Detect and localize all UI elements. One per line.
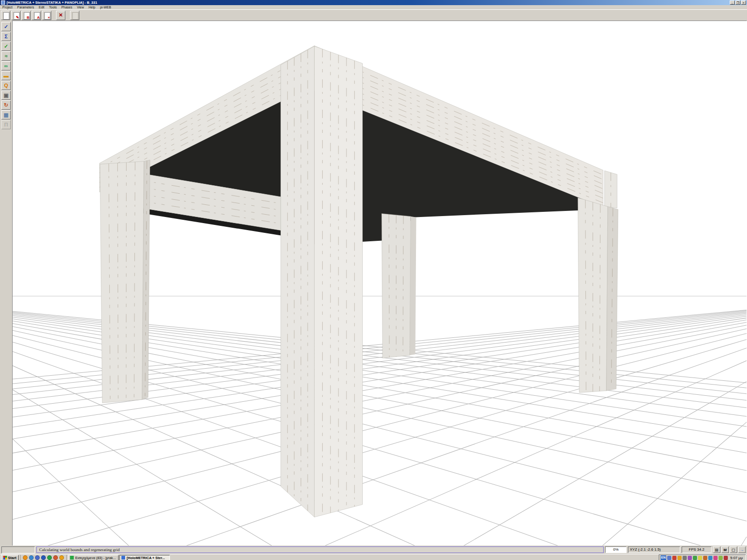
close-page-button[interactable]: × — [42, 11, 51, 20]
task-holometrica[interactable]: [HoloMETRICA + Ster... — [120, 555, 170, 560]
scene-svg — [13, 21, 747, 546]
tray-icon-1[interactable] — [667, 556, 671, 560]
quicklaunch-icon-2[interactable] — [29, 555, 34, 560]
progress-indicator: 0% — [605, 546, 627, 553]
m-button[interactable]: M — [721, 546, 729, 553]
side-toolbar: ✓Σ✓≈∞▬Q▣↻▦Π — [0, 21, 12, 546]
tray-icon-3[interactable] — [677, 556, 682, 560]
column-mid-side — [410, 217, 416, 356]
tray-icon-7[interactable] — [698, 556, 702, 560]
tray-icon-9[interactable] — [708, 556, 712, 560]
tray-icon-12[interactable] — [724, 556, 728, 560]
tray-icon-6[interactable] — [693, 556, 697, 560]
quick-launch-bar — [20, 555, 67, 560]
application-window: [HoloMETRICA + StereoSTATIKA + PANOPLIA]… — [0, 0, 747, 560]
page-letter: B — [27, 16, 29, 20]
menu-item-tools[interactable]: Tools — [47, 6, 59, 9]
window-small-button[interactable]: ▢ — [730, 546, 737, 553]
restore-button[interactable]: ❐ — [735, 0, 740, 5]
edit-page-button-icon: ✎ — [14, 12, 20, 20]
delete-icon: ✕ — [56, 11, 65, 19]
quicklaunch-icon-1[interactable] — [23, 555, 28, 560]
render-window-button[interactable]: ▣ — [1, 91, 11, 100]
toolbar-separator — [66, 15, 69, 15]
column-right-side — [606, 207, 618, 391]
building-button: Π — [1, 120, 11, 129]
toolbar-separator — [52, 15, 55, 15]
windows-logo-icon — [3, 556, 7, 560]
title-bar: [HoloMETRICA + StereoSTATIKA + PANOPLIA]… — [0, 0, 747, 5]
task-label: Εισερχόμενα (83) - jyrak... — [75, 556, 116, 560]
menu-item-project[interactable]: Project — [0, 6, 15, 9]
menu-item-parameters[interactable]: Parameters — [15, 6, 36, 9]
language-indicator[interactable]: EN — [661, 555, 666, 560]
3d-viewport[interactable] — [12, 21, 747, 546]
start-button[interactable]: Start — [1, 555, 19, 560]
task-buttons: Εισερχόμενα (83) - jyrak...[HoloMETRICA … — [68, 555, 170, 560]
menu-item-pi-web[interactable]: pi-WEB — [98, 6, 113, 9]
hands-button[interactable]: ≈ — [1, 51, 11, 61]
quicklaunch-icon-4[interactable] — [41, 555, 46, 560]
task-holometrica-icon — [121, 556, 125, 560]
page-b-button-icon: B — [24, 12, 30, 20]
page-letter: ✎ — [16, 16, 19, 20]
menu-item-phases[interactable]: Phases — [59, 6, 74, 9]
menu-item-edit[interactable]: Edit — [36, 6, 47, 9]
quicklaunch-icon-5[interactable] — [47, 555, 52, 560]
new-page-button[interactable] — [1, 11, 10, 20]
tray-icon-11[interactable] — [719, 556, 723, 560]
minimize-button[interactable]: _ — [730, 0, 735, 5]
menu-bar: ProjectParametersEditToolsPhasesViewHelp… — [0, 5, 747, 9]
tray-icon-5[interactable] — [688, 556, 692, 560]
column-near-left-face — [281, 46, 314, 517]
tray-icon-8[interactable] — [703, 556, 707, 560]
grid-button[interactable]: ▦ — [1, 110, 11, 119]
quicklaunch-icon-6[interactable] — [53, 555, 58, 560]
check-green-button[interactable]: ✓ — [1, 42, 11, 51]
zoom-q-button[interactable]: Q — [1, 81, 11, 90]
quicklaunch-icon-3[interactable] — [35, 555, 40, 560]
fps-readout: FPS 34.2 — [682, 546, 712, 553]
window-controls: _❐× — [730, 0, 746, 5]
status-left-box — [1, 546, 35, 553]
check-edit-button[interactable]: ✓ — [1, 22, 11, 31]
app-icon — [1, 0, 5, 5]
menu-item-view[interactable]: View — [75, 6, 86, 9]
print-disabled-button — [70, 11, 79, 20]
window-title: [HoloMETRICA + StereoSTATIKA + PANOPLIA]… — [7, 0, 97, 5]
support-button[interactable]: ▬ — [1, 71, 11, 80]
close-page-button-icon: × — [44, 12, 50, 20]
links-button[interactable]: ∞ — [1, 61, 11, 70]
pointer-button[interactable]: → — [738, 546, 746, 553]
tray-icon-4[interactable] — [683, 556, 687, 560]
coordinates-readout: XYZ (-2.1 -2.6 1.5) — [628, 546, 680, 553]
page-b-button[interactable]: B — [21, 11, 31, 20]
clock: 5:07 μμ — [729, 556, 744, 560]
system-tray: EN 5:07 μμ — [659, 554, 746, 560]
column-far-left — [100, 161, 144, 403]
menu-item-help[interactable]: Help — [86, 6, 98, 9]
status-bar: Calculating world bounds and regeneratin… — [0, 546, 747, 554]
taskbar: Start Εισερχόμενα (83) - jyrak...[HoloME… — [0, 554, 747, 560]
sum-calc-button[interactable]: Σ — [1, 32, 11, 41]
page-letter: × — [48, 16, 50, 20]
start-label: Start — [8, 556, 16, 560]
tray-icon-10[interactable] — [713, 556, 718, 560]
task-inbox[interactable]: Εισερχόμενα (83) - jyrak... — [68, 555, 119, 560]
page-a-button-icon: A — [34, 12, 40, 20]
status-message: Calculating world bounds and regeneratin… — [36, 546, 604, 553]
delete-button[interactable]: ✕ — [56, 11, 65, 20]
quicklaunch-icon-7[interactable] — [59, 555, 64, 560]
tray-icon-2[interactable] — [672, 556, 677, 560]
rotate-button[interactable]: ↻ — [1, 100, 11, 110]
new-page-button-icon — [3, 12, 9, 20]
main-toolbar: ✎BA×✕ — [0, 9, 747, 21]
edit-page-button[interactable]: ✎ — [11, 11, 21, 20]
layers-button[interactable]: ▤ — [713, 546, 720, 553]
page-a-button[interactable]: A — [32, 11, 41, 20]
close-button[interactable]: × — [741, 0, 746, 5]
main-area: ✓Σ✓≈∞▬Q▣↻▦Π — [0, 21, 747, 546]
print-disabled-button-icon — [72, 12, 78, 20]
task-inbox-icon — [70, 556, 74, 560]
page-letter: A — [37, 16, 40, 20]
